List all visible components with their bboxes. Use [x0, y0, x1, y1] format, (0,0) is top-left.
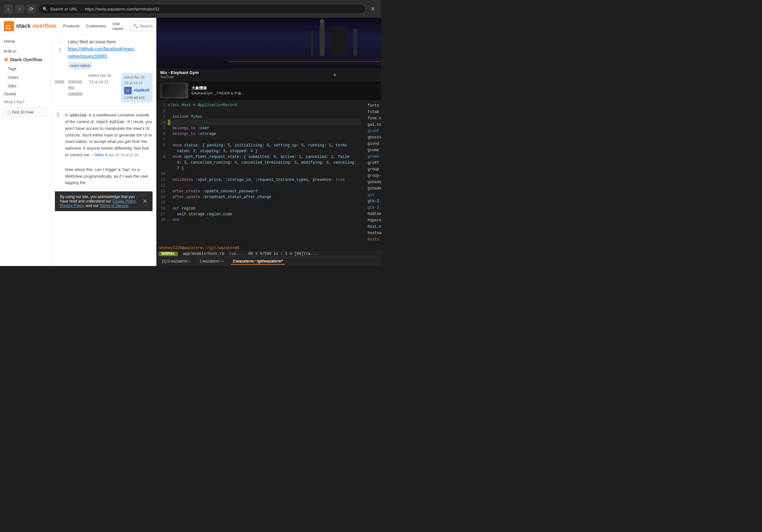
search-placeholder: Search…: [139, 24, 156, 29]
terminal-tab-2[interactable]: 2:wazaterm:~/git/wazaterm*: [231, 258, 285, 265]
first-10-label: First 10 Free: [12, 110, 34, 114]
file-gshadow: gshadow: [366, 179, 381, 185]
answer-vote: 1: [55, 112, 61, 159]
code-line-15: 15: [159, 200, 361, 206]
sidebar-home[interactable]: Home: [0, 37, 51, 46]
code-line-3: 3 include MyAws: [159, 114, 361, 120]
file-gnome-vfs: gnome-vfs-2.0: [366, 154, 381, 160]
answer2-text: How about this- can I trigger a "tap" on…: [65, 166, 153, 186]
question-body: ☆ 2 I also filed an issue here. https://…: [55, 38, 153, 102]
file-hdparm: hdparm.conf: [366, 217, 381, 224]
terminal-tab-0[interactable]: [1] 0:wazaterm:~: [160, 258, 192, 265]
sidebar-section-public: PUBLIC: [0, 46, 51, 54]
vim-filename: app/models/host.rb: [183, 252, 224, 256]
file-group-dash: group-: [366, 172, 381, 179]
sidebar-whats-this[interactable]: What's this?: [0, 98, 51, 106]
question-tag[interactable]: react-native: [68, 62, 92, 70]
answer-author[interactable]: Mike S: [95, 153, 108, 157]
back-button[interactable]: ‹: [4, 4, 13, 13]
privacy-policy-link[interactable]: Privacy Policy: [60, 204, 84, 208]
so-content: ☆ 2 I also filed an issue here. https://…: [51, 34, 156, 266]
user-card: asked Apr 25 '18 at 14:19 v vladikoff 1,…: [121, 73, 153, 102]
file-gshadow-dash: gshadow-: [366, 185, 381, 192]
logo-stack: stack: [16, 23, 31, 29]
file-hosts: hosts: [366, 236, 381, 243]
question-text: I also filed an issue here. https://gith…: [68, 38, 153, 60]
meta-info: edited Apr 26 '18 at 14:12 asked Apr 25 …: [88, 73, 153, 102]
code-line-17: 17 self.storage.region.code: [159, 212, 361, 217]
url-text: https://www.wazaterm.com/terminals/r32: [85, 7, 159, 12]
thumb-info: 大象體操 ElephantGym _ FINGER & 中途...: [191, 86, 244, 96]
file-hddtemp: hddtemp.db: [366, 211, 381, 217]
vim-status: NORMAL app/models/host.rb rub... 0% ≡ 4/…: [156, 251, 381, 257]
nav-use-cases[interactable]: Use cases: [111, 20, 125, 32]
answer2-vote: [55, 166, 61, 186]
vim-language: rub...: [229, 252, 243, 256]
code-webview: webview: [69, 112, 88, 118]
bookmark-icon[interactable]: ☆: [58, 38, 62, 46]
cookie-policy-link[interactable]: Cookie Policy: [112, 199, 135, 204]
file-col-1: fonts fstab fuse.conf gai.conf gconf gho…: [366, 102, 381, 243]
user-rep: 1,248 ●9 ●22: [124, 95, 149, 101]
file-gnome: gnome: [366, 147, 381, 154]
thumb-title: 大象體操: [191, 86, 244, 91]
close-button[interactable]: ✕: [368, 4, 377, 13]
yt-info: Mix - Elephant Gym YouTube: [160, 70, 199, 79]
sidebar-brand[interactable]: ⊕ Stack Overflow: [0, 54, 51, 64]
prompt-text: shohey1226@wazaterm:~/git/wazaterm$: [159, 246, 239, 250]
so-search-box[interactable]: 🔍 Search…: [130, 21, 156, 31]
terminal-tabs: [1] 0:wazaterm:~ 1:wazaterm:~- 2:wazater…: [156, 257, 381, 266]
username[interactable]: vladikoff: [134, 87, 149, 94]
cookie-text: By using our site, you acknowledge that …: [60, 195, 140, 208]
cookie-close-button[interactable]: ✕: [143, 198, 147, 205]
code-line-13: 13 after_create :update_connect_password: [159, 188, 361, 194]
first-10-free[interactable]: ⬡ First 10 Free: [3, 107, 48, 117]
teams-section: TEAMS: [0, 90, 51, 98]
terminal-section: 1 class Host < ApplicationRecord 2 3 inc…: [156, 100, 381, 266]
file-gss: gss: [366, 192, 381, 198]
code-line-8: 8 enum status: { pending: 5, initializin…: [159, 143, 361, 154]
share-link[interactable]: share: [55, 79, 64, 97]
forward-button[interactable]: ›: [15, 4, 24, 13]
answer-text: A webview is a sandboxed container outsi…: [65, 112, 152, 157]
sidebar-tags[interactable]: Tags: [0, 64, 51, 73]
answer2-content: How about this- can I trigger a "tap" on…: [65, 166, 153, 186]
sidebar-jobs[interactable]: Jobs: [0, 82, 51, 90]
right-panel: Mix - Elephant Gym YouTube ∧ ⏮ ⏭ ≡+ ⎋: [156, 18, 381, 266]
code-line-5: 5 belongs_to :user: [159, 125, 361, 131]
answer-content: A webview is a sandboxed container outsi…: [65, 112, 153, 159]
so-body: Home PUBLIC ⊕ Stack Overflow Tags Users …: [0, 34, 156, 266]
so-logo: stackoverflow: [4, 21, 56, 31]
terminal-prompt: shohey1226@wazaterm:~/git/wazaterm$: [156, 245, 381, 251]
code-line-2: 2: [159, 108, 361, 114]
content-divider: [55, 106, 153, 106]
address-bar[interactable]: 🔍 Search or URL – https://www.wazaterm.c…: [38, 4, 366, 14]
meta-actions: share improve this question: [55, 79, 88, 97]
code-line-14: 14 after_update :broadcast_status_after_…: [159, 194, 361, 200]
file-gtk2: gtk-2.0: [366, 198, 381, 204]
github-link[interactable]: https://github.com/facebook/react-native…: [68, 46, 135, 58]
code-line-7: 7: [159, 137, 361, 143]
code-line-9: 9 enum spot_fleet_request_state: { submi…: [159, 154, 361, 171]
yt-thumbnail[interactable]: 大象體操 ElephantGym _ FINGER & 中途...: [156, 81, 381, 100]
terms-link[interactable]: Terms of Service: [100, 204, 128, 208]
file-host-conf: host.conf: [366, 224, 381, 230]
code-line-16: 16 def region: [159, 206, 361, 212]
code-line-12: 12: [159, 183, 361, 188]
answer-date: Apr 25 '18 at 21:10: [109, 153, 138, 157]
nav-customers[interactable]: Customers: [84, 22, 108, 30]
code-line-6: 6 belongs_to :storage: [159, 131, 361, 137]
vim-mode: NORMAL: [159, 252, 178, 256]
yt-expand-icon[interactable]: ∧: [333, 72, 336, 77]
so-header: stackoverflow Products Customers Use cas…: [0, 18, 156, 34]
yt-platform: YouTube: [160, 75, 199, 79]
reload-button[interactable]: ⟳: [27, 4, 36, 13]
terminal-tab-1[interactable]: 1:wazaterm:~-: [197, 258, 226, 265]
nav-products[interactable]: Products: [61, 22, 81, 30]
file-listing: fonts fstab fuse.conf gai.conf gconf gho…: [364, 100, 381, 245]
improve-link[interactable]: improve this question: [68, 79, 88, 97]
so-logo-icon: [4, 21, 14, 31]
sidebar-users[interactable]: Users: [0, 73, 51, 82]
code-editor[interactable]: 1 class Host < ApplicationRecord 2 3 inc…: [156, 100, 364, 245]
file-groff: groff: [366, 160, 381, 166]
